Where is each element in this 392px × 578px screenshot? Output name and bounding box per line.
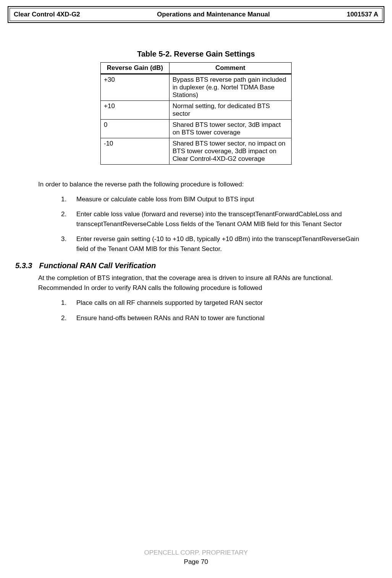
cell-comment: Bypass BTS reverse path gain included in… — [169, 74, 292, 101]
list-item: 3.Enter reverse gain setting (-10 to +10… — [61, 234, 369, 254]
table-header-comment: Comment — [169, 63, 292, 74]
procedure-list-1: 1.Measure or calculate cable loss from B… — [61, 194, 369, 254]
cell-comment: Shared BTS tower sector, 3dB impact on B… — [169, 120, 292, 138]
page-footer: OPENCELL CORP. PROPRIETARY Page 70 — [0, 548, 392, 567]
cell-comment: Normal setting, for dedicated BTS sector — [169, 101, 292, 120]
list-number: 1. — [61, 298, 66, 308]
list-number: 2. — [61, 313, 66, 323]
list-item: 2.Enter cable loss value (forward and re… — [61, 209, 369, 229]
section-heading-533: 5.3.3 Functional RAN Call Verification — [15, 261, 377, 270]
procedure-list-2: 1.Place calls on all RF channels support… — [61, 298, 369, 323]
list-text: Place calls on all RF channels supported… — [76, 299, 263, 306]
cell-gain: 0 — [101, 120, 169, 138]
header-left: Clear Control 4XD-G2 — [14, 11, 80, 18]
cell-gain: +10 — [101, 101, 169, 120]
list-number: 1. — [61, 194, 66, 204]
page-header: Clear Control 4XD-G2 Operations and Main… — [10, 8, 382, 21]
footer-page-number: Page 70 — [0, 557, 392, 567]
section-paragraph: At the completion of BTS integration, th… — [38, 273, 369, 293]
list-text: Measure or calculate cable loss from BIM… — [76, 196, 254, 203]
list-text: Ensure hand-offs between RANs and RAN to… — [76, 314, 265, 322]
table-header-gain: Reverse Gain (dB) — [101, 63, 169, 74]
header-center: Operations and Maintenance Manual — [157, 11, 270, 18]
list-text: Enter cable loss value (forward and reve… — [76, 210, 342, 228]
list-number: 3. — [61, 234, 66, 244]
footer-proprietary: OPENCELL CORP. PROPRIETARY — [0, 548, 392, 557]
cell-gain: -10 — [101, 138, 169, 165]
table-row: +30 Bypass BTS reverse path gain include… — [101, 74, 292, 101]
reverse-gain-table: Reverse Gain (dB) Comment +30 Bypass BTS… — [100, 62, 292, 165]
list-text: Enter reverse gain setting (-10 to +10 d… — [76, 235, 359, 253]
section-title: Functional RAN Call Verification — [39, 261, 156, 270]
list-item: 2.Ensure hand-offs between RANs and RAN … — [61, 313, 369, 323]
page-header-box: Clear Control 4XD-G2 Operations and Main… — [8, 6, 384, 23]
cell-comment: Shared BTS tower sector, no impact on BT… — [169, 138, 292, 165]
list-item: 1.Place calls on all RF channels support… — [61, 298, 369, 308]
list-item: 1.Measure or calculate cable loss from B… — [61, 194, 369, 204]
section-number: 5.3.3 — [15, 261, 32, 270]
intro-paragraph: In order to balance the reverse path the… — [38, 180, 369, 189]
list-number: 2. — [61, 209, 66, 219]
header-right: 1001537 A — [347, 11, 378, 18]
table-row: 0 Shared BTS tower sector, 3dB impact on… — [101, 120, 292, 138]
cell-gain: +30 — [101, 74, 169, 101]
table-row: -10 Shared BTS tower sector, no impact o… — [101, 138, 292, 165]
table-caption: Table 5-2. Reverse Gain Settings — [15, 50, 377, 58]
table-row: +10 Normal setting, for dedicated BTS se… — [101, 101, 292, 120]
